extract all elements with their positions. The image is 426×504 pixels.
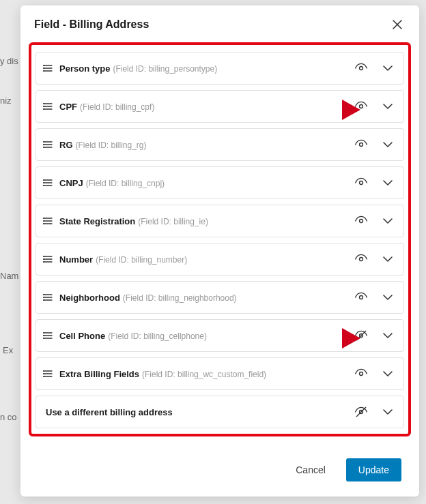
svg-point-5 (43, 70, 44, 72)
expand-toggle[interactable] (380, 290, 395, 305)
field-row[interactable]: State Registration(Field ID: billing_ie) (36, 205, 404, 237)
expand-toggle[interactable] (380, 252, 395, 267)
svg-point-63 (360, 372, 363, 376)
drag-handle-icon[interactable] (43, 331, 53, 340)
expand-toggle[interactable] (380, 328, 395, 343)
chevron-down-icon (382, 138, 394, 151)
field-row[interactable]: CPF(Field ID: billing_cpf) (36, 90, 404, 123)
field-row[interactable]: Use a different billing address (36, 396, 404, 428)
chevron-down-icon (382, 62, 394, 74)
field-id: (Field ID: billing_wc_custom_field) (142, 370, 266, 379)
field-row[interactable]: Person type(Field ID: billing_persontype… (36, 52, 404, 85)
field-name: CNPJ (59, 178, 83, 188)
visibility-on-icon[interactable] (354, 61, 368, 75)
visibility-on-icon[interactable] (354, 367, 368, 381)
svg-point-45 (43, 294, 44, 295)
svg-point-31 (43, 218, 44, 219)
bg-text: Nam (0, 271, 18, 281)
svg-point-26 (43, 185, 44, 186)
svg-point-3 (43, 65, 44, 66)
modal-dialog: Field - Billing Address Person type(Fiel… (20, 5, 419, 496)
svg-point-27 (360, 181, 363, 185)
field-id: (Field ID: billing_neighborhood) (123, 293, 237, 303)
chevron-down-icon (382, 253, 394, 265)
chevron-down-icon (382, 291, 394, 303)
svg-point-62 (43, 376, 44, 377)
visibility-off-icon[interactable] (354, 329, 368, 342)
field-list: Person type(Field ID: billing_persontype… (29, 42, 411, 436)
svg-point-60 (43, 370, 44, 372)
svg-point-54 (43, 338, 44, 339)
visibility-off-icon[interactable] (354, 405, 368, 419)
bg-text: y dis (0, 56, 18, 66)
expand-toggle[interactable] (380, 213, 395, 228)
visibility-on-icon[interactable] (354, 291, 368, 304)
svg-point-4 (43, 68, 44, 69)
field-name: RG (59, 140, 73, 150)
chevron-down-icon (382, 177, 394, 189)
close-button[interactable] (389, 16, 406, 33)
svg-point-24 (43, 179, 44, 181)
field-name: Extra Billing Fields (59, 369, 139, 379)
drag-handle-icon[interactable] (43, 140, 53, 149)
svg-point-10 (43, 103, 44, 104)
expand-toggle[interactable] (380, 175, 395, 190)
cancel-button[interactable]: Cancel (286, 459, 335, 481)
visibility-on-icon[interactable] (354, 252, 368, 266)
drag-handle-icon[interactable] (43, 178, 53, 188)
field-row[interactable]: Neighborhood(Field ID: billing_neighborh… (36, 281, 404, 314)
drag-handle-icon[interactable] (43, 216, 53, 226)
svg-point-11 (43, 106, 44, 107)
field-name: Neighborhood (59, 293, 120, 303)
svg-point-47 (43, 299, 44, 301)
field-name: Use a different billing address (46, 407, 173, 417)
chevron-down-icon (382, 215, 394, 227)
drag-handle-icon[interactable] (43, 369, 53, 379)
field-id: (Field ID: billing_ie) (138, 217, 208, 226)
field-id: (Field ID: billing_cnpj) (86, 179, 165, 188)
update-button[interactable]: Update (346, 458, 401, 481)
expand-toggle[interactable] (380, 137, 395, 152)
visibility-on-icon[interactable] (354, 100, 368, 113)
visibility-on-icon[interactable] (354, 176, 368, 190)
field-name: CPF (59, 102, 77, 112)
drag-handle-icon[interactable] (43, 254, 53, 264)
field-name: Number (59, 254, 93, 265)
chevron-down-icon (382, 368, 394, 380)
svg-point-20 (360, 143, 363, 147)
field-row[interactable]: Extra Billing Fields(Field ID: billing_w… (36, 357, 404, 390)
drag-handle-icon[interactable] (43, 102, 53, 111)
chevron-down-icon (382, 329, 394, 342)
chevron-down-icon (382, 406, 394, 418)
svg-point-38 (43, 256, 44, 257)
field-id: (Field ID: billing_cpf) (80, 102, 154, 112)
svg-point-41 (360, 258, 363, 261)
field-row[interactable]: Number(Field ID: billing_number) (36, 243, 404, 276)
modal-title: Field - Billing Address (34, 18, 149, 31)
visibility-on-icon[interactable] (354, 138, 368, 151)
expand-toggle[interactable] (380, 99, 395, 114)
field-row[interactable]: CNPJ(Field ID: billing_cnpj) (36, 166, 404, 199)
svg-point-61 (43, 373, 44, 374)
svg-point-46 (43, 297, 44, 298)
expand-toggle[interactable] (380, 404, 395, 419)
bg-text: n co (0, 412, 17, 422)
svg-point-39 (43, 258, 44, 260)
svg-point-19 (43, 147, 44, 148)
svg-point-32 (43, 220, 44, 222)
field-id: (Field ID: billing_persontype) (113, 64, 217, 74)
visibility-on-icon[interactable] (354, 214, 368, 228)
drag-handle-icon[interactable] (43, 63, 53, 73)
field-id: (Field ID: billing_cellphone) (108, 331, 207, 341)
svg-point-6 (360, 67, 363, 70)
svg-point-33 (43, 223, 44, 224)
field-row[interactable]: Cell Phone(Field ID: billing_cellphone) (36, 319, 404, 352)
field-name: Person type (59, 63, 110, 74)
expand-toggle[interactable] (380, 366, 395, 381)
field-id: (Field ID: billing_rg) (76, 140, 147, 150)
expand-toggle[interactable] (380, 61, 395, 76)
drag-handle-icon[interactable] (43, 293, 53, 302)
field-id: (Field ID: billing_number) (96, 255, 187, 265)
field-row[interactable]: RG(Field ID: billing_rg) (36, 128, 404, 161)
svg-point-48 (360, 296, 363, 299)
